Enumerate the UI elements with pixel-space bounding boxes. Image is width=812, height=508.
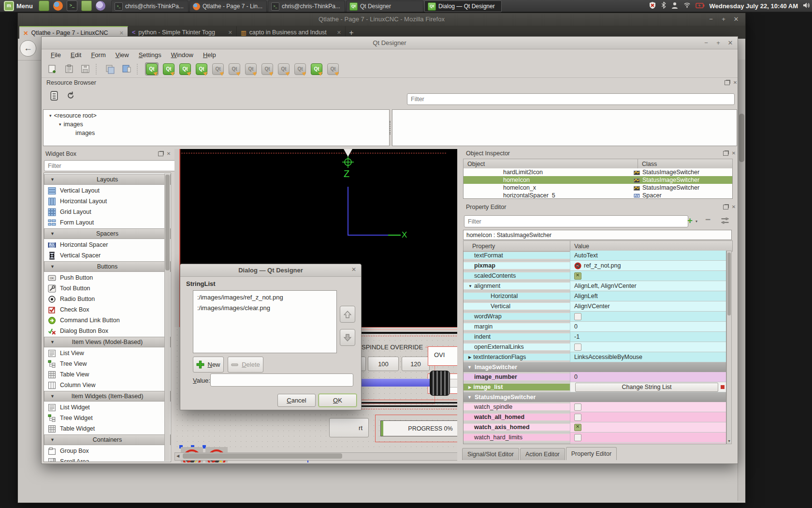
widget-item-table-view[interactable]: Table View (44, 369, 171, 380)
clock[interactable]: Wednesday July 22, 10:40 AM (709, 2, 798, 10)
property-name[interactable]: pixmap (464, 262, 570, 269)
widget-item-command-link-button[interactable]: Command Link Button (44, 315, 171, 326)
stringlist-item[interactable]: :/images/images/ref_z_not.png (193, 292, 336, 303)
tab-close-icon[interactable]: ✕ (119, 30, 124, 36)
value-checkbox[interactable] (574, 313, 581, 320)
widget-item-column-view[interactable]: Column View (44, 380, 171, 390)
dialog-close-icon[interactable]: ✕ (351, 266, 356, 273)
property-row-indent[interactable]: indent-1 (464, 332, 726, 342)
widget-category-item-widgets-item-based-[interactable]: ▼Item Widgets (Item-Based) (44, 391, 171, 402)
property-value[interactable]: AutoText (570, 251, 726, 260)
property-name[interactable]: margin (464, 323, 570, 330)
widget-category-buttons[interactable]: ▼Buttons (44, 261, 171, 272)
resource-tree-item[interactable]: images (46, 129, 389, 137)
taskbar-button[interactable]: >_chris@chris-ThinkPa... (268, 0, 345, 12)
column-object[interactable]: Object (464, 161, 638, 167)
property-value[interactable] (570, 342, 726, 352)
property-name[interactable]: ▼alignment (464, 283, 570, 289)
files-launcher-icon[interactable] (81, 0, 92, 11)
save-form-icon[interactable] (79, 63, 92, 75)
firefox-page-scrollbar[interactable] (738, 60, 745, 501)
widget-item-radio-button[interactable]: Radio Button (44, 294, 171, 304)
property-row-image_number[interactable]: image_number0 (464, 372, 726, 382)
inspector-row[interactable]: hardLimit2IconStatusImageSwitcher (464, 168, 732, 176)
move-down-button[interactable] (340, 329, 355, 346)
widget-item-form-layout[interactable]: Form Layout (44, 217, 171, 228)
property-value[interactable]: 0 (570, 322, 726, 331)
expand-icon[interactable]: ▾ (49, 113, 52, 118)
add-property-dropdown-icon[interactable]: ▾ (696, 219, 697, 224)
dock-float-icon[interactable] (725, 80, 730, 85)
spindle-slider-handle[interactable] (430, 371, 450, 396)
override-button-100[interactable]: 100 (368, 357, 399, 371)
property-name[interactable]: image_number (464, 374, 570, 380)
show-desktop-icon[interactable] (39, 0, 49, 11)
qt-close-button[interactable]: ✕ (726, 39, 735, 47)
property-value[interactable]: LinksAccessibleByMouse (570, 352, 726, 362)
property-name[interactable]: watch_spindle (464, 403, 570, 410)
property-name[interactable]: watch_hard_limits (464, 434, 570, 441)
property-row-axis_letter[interactable]: ▶axis_letterZ (464, 443, 726, 444)
resource-tree-item[interactable]: ▾images (46, 120, 389, 129)
widget-item-table-widget[interactable]: Table Widget (44, 423, 171, 434)
property-row-alignment[interactable]: ▼alignmentAlignLeft, AlignVCenter (464, 281, 726, 291)
expand-icon[interactable]: ▼ (468, 284, 472, 288)
menu-form[interactable]: Form (87, 50, 110, 60)
property-row-pixmap[interactable]: pixmapref_z_not.png (464, 261, 726, 271)
widget-item-horizontal-spacer[interactable]: Horizontal Spacer (44, 239, 171, 250)
widget-item-group-box[interactable]: Group Box (44, 446, 171, 456)
ok-button[interactable]: OK (319, 394, 357, 407)
property-section-imageswitcher[interactable]: ▼ImageSwitcher (464, 362, 726, 372)
canvas-hscrollbar[interactable]: ◀ ▶ (174, 452, 457, 461)
configure-property-editor-icon[interactable] (720, 216, 730, 227)
property-value[interactable]: AlignLeft (570, 291, 726, 301)
taskbar-button[interactable]: QtDialog — Qt Designer (424, 0, 502, 12)
property-section-statusimageswitcher[interactable]: ▼StatusImageSwitcher (464, 392, 726, 402)
tab-action-editor[interactable]: Action Editor (520, 448, 565, 460)
security-shield-icon[interactable] (649, 1, 656, 11)
property-scrollbar[interactable]: ▲ (726, 251, 732, 444)
menu-file[interactable]: File (46, 50, 65, 60)
edit-resources-icon[interactable] (50, 91, 58, 102)
remove-property-icon[interactable]: − (705, 214, 710, 225)
widget-category-spacers[interactable]: ▼Spacers (44, 228, 171, 239)
property-name[interactable]: watch_all_homed (464, 414, 570, 420)
firefox-minimize-button[interactable]: − (707, 15, 715, 24)
widget-item-push-button[interactable]: OKPush Button (44, 272, 171, 283)
inspector-row[interactable]: homeIcon_xStatusImageSwitcher (464, 184, 732, 192)
value-checkbox[interactable] (574, 424, 581, 431)
change-string-list-button[interactable]: Change String List (575, 383, 718, 392)
taskbar-button[interactable]: QtQt Designer (346, 0, 423, 12)
value-checkbox[interactable] (574, 403, 581, 411)
property-value[interactable]: 0 (570, 372, 726, 382)
inspector-row[interactable]: homeIconStatusImageSwitcher (464, 176, 732, 184)
widget-item-tree-view[interactable]: Tree View (44, 359, 171, 369)
terminal-launcher-icon[interactable]: >_ (67, 0, 77, 11)
widget-item-scroll-area[interactable]: Scroll Area (44, 456, 171, 462)
property-value[interactable] (570, 271, 726, 281)
menu-window[interactable]: Window (167, 50, 198, 60)
property-value[interactable] (570, 312, 726, 321)
user-account-icon[interactable] (671, 1, 679, 11)
dialog-titlebar[interactable]: Dialog — Qt Designer (180, 264, 361, 277)
property-value[interactable]: Z (570, 443, 726, 444)
resource-filter-input[interactable] (407, 93, 735, 105)
column-value[interactable]: Value (570, 241, 589, 251)
tab-property-editor[interactable]: Property Editor (566, 447, 617, 460)
property-name[interactable]: ▶image_list (464, 384, 570, 390)
firefox-maximize-button[interactable]: + (719, 15, 728, 24)
messenger-launcher-icon[interactable] (96, 1, 105, 11)
cancel-button[interactable]: Cancel (277, 394, 316, 407)
widget-item-vertical-spacer[interactable]: Vertical Spacer (44, 250, 171, 261)
widget-item-list-widget[interactable]: List Widget (44, 402, 171, 413)
scrollbar-thumb[interactable] (165, 175, 170, 270)
property-name[interactable]: indent (464, 333, 570, 340)
property-value[interactable]: ref_z_not.png (570, 261, 726, 270)
widget-box-scrollbar[interactable] (164, 174, 170, 461)
widget-item-check-box[interactable]: Check Box (44, 304, 171, 315)
wifi-icon[interactable] (683, 1, 691, 10)
object-inspector-header[interactable]: Object Class (463, 159, 733, 169)
property-value[interactable]: -1 (570, 332, 726, 342)
widget-category-layouts[interactable]: ▼Layouts (44, 174, 171, 185)
property-row-watch_hard_limits[interactable]: watch_hard_limits (464, 433, 726, 443)
